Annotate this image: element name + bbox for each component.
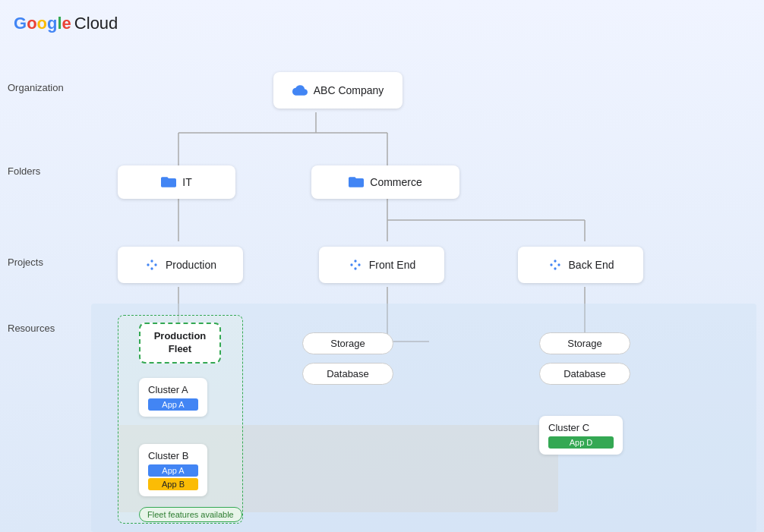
production-fleet-node: ProductionFleet <box>139 323 221 364</box>
cloud-org-icon <box>292 83 308 98</box>
svg-point-28 <box>554 267 556 269</box>
org-node: ABC Company <box>273 72 403 109</box>
app-b-badge: App B <box>148 478 198 490</box>
project-production-icon <box>144 257 159 272</box>
cluster-c-node: Cluster C App D <box>539 416 623 455</box>
svg-point-19 <box>154 263 156 266</box>
folder-it-icon <box>161 175 176 190</box>
project-backend-icon <box>548 257 563 272</box>
production-label: Production <box>166 259 216 271</box>
production-fleet-label: ProductionFleet <box>154 330 207 354</box>
frontend-database: Database <box>302 363 393 385</box>
backend-database: Database <box>539 363 630 385</box>
production-project-node: Production <box>118 247 243 283</box>
google-wordmark: Google <box>14 14 71 33</box>
svg-point-23 <box>358 263 360 266</box>
label-organization: Organization <box>8 82 64 93</box>
cluster-a-label: Cluster A <box>148 384 198 395</box>
svg-point-27 <box>557 263 560 266</box>
cluster-c-label: Cluster C <box>548 422 614 433</box>
app-d-badge: App D <box>548 436 614 449</box>
page-container: Google Cloud Organization Folders Projec… <box>0 0 764 532</box>
folder-commerce-icon <box>349 175 364 190</box>
label-resources: Resources <box>8 323 55 334</box>
fleet-features-badge: Fleet features available <box>139 507 242 522</box>
commerce-label: Commerce <box>370 176 421 188</box>
svg-point-25 <box>550 263 552 266</box>
cluster-b-node: Cluster B App A App B <box>139 444 207 496</box>
it-label: IT <box>182 176 191 188</box>
svg-point-26 <box>554 260 556 262</box>
cluster-a-node: Cluster A App A <box>139 378 207 417</box>
frontend-project-node: Front End <box>319 247 444 283</box>
frontend-label: Front End <box>369 259 415 271</box>
backend-label: Back End <box>569 259 614 271</box>
commerce-folder-node: Commerce <box>311 165 459 199</box>
svg-point-18 <box>150 260 153 262</box>
app-a-badge: App A <box>148 398 198 411</box>
cloud-wordmark: Cloud <box>74 14 118 33</box>
svg-point-17 <box>147 263 149 266</box>
label-folders: Folders <box>8 165 40 177</box>
backend-project-node: Back End <box>518 247 643 283</box>
svg-point-24 <box>354 267 356 269</box>
cluster-b-app-a-badge: App A <box>148 464 198 477</box>
frontend-storage: Storage <box>302 332 393 354</box>
svg-point-20 <box>150 267 153 269</box>
org-label: ABC Company <box>314 84 384 96</box>
backend-storage: Storage <box>539 332 630 354</box>
svg-point-21 <box>350 263 352 266</box>
project-frontend-icon <box>348 257 363 272</box>
label-projects: Projects <box>8 257 43 268</box>
cluster-b-label: Cluster B <box>148 450 198 461</box>
it-folder-node: IT <box>118 165 235 199</box>
google-cloud-logo: Google Cloud <box>14 14 118 33</box>
svg-point-22 <box>354 260 356 262</box>
